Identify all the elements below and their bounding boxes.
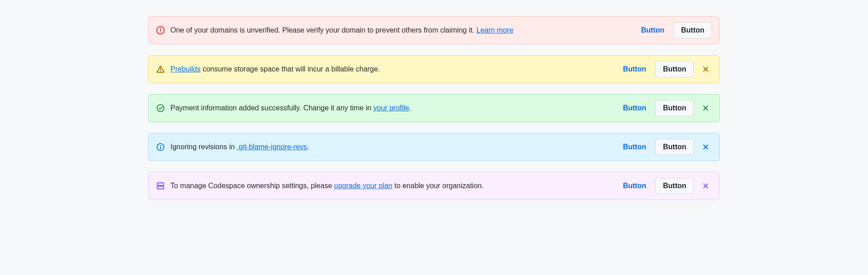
banner-warning: Prebuilds consume storage space that wil…: [148, 55, 720, 83]
server-icon: [156, 181, 165, 190]
close-icon: [702, 143, 709, 151]
svg-rect-15: [157, 183, 164, 185]
svg-point-2: [160, 32, 161, 33]
banner-list: One of your domains is unverified. Pleas…: [148, 16, 720, 200]
secondary-button[interactable]: Button: [637, 24, 668, 36]
primary-button[interactable]: Button: [655, 178, 694, 194]
primary-button[interactable]: Button: [655, 61, 694, 77]
close-button[interactable]: [699, 180, 712, 192]
stop-icon: [156, 26, 165, 35]
svg-point-11: [160, 145, 161, 146]
banner-critical: One of your domains is unverified. Pleas…: [148, 16, 720, 44]
primary-button[interactable]: Button: [655, 100, 694, 116]
svg-point-17: [158, 184, 159, 185]
message-text-after: consume storage space that will incur a …: [201, 65, 380, 73]
message-link[interactable]: upgrade your plan: [334, 182, 392, 190]
primary-button[interactable]: Button: [655, 139, 694, 155]
message-link[interactable]: Prebuilds: [170, 65, 201, 73]
banner-actions: Button Button: [619, 100, 712, 116]
svg-point-4: [160, 71, 161, 71]
message-link[interactable]: your profile: [373, 104, 409, 112]
banner-actions: Button Button: [637, 22, 712, 38]
alert-icon: [156, 65, 165, 74]
banner-info: Ignoring revisions in .git-blame-ignore-…: [148, 133, 720, 161]
secondary-button[interactable]: Button: [619, 63, 650, 75]
info-icon: [156, 142, 165, 152]
banner-actions: Button Button: [619, 139, 712, 155]
message-text-after: .: [409, 104, 411, 112]
banner-upsell: To manage Codespace ownership settings, …: [148, 172, 720, 200]
close-button[interactable]: [699, 141, 712, 153]
close-button[interactable]: [699, 102, 712, 114]
close-icon: [702, 104, 709, 112]
banner-message: Prebuilds consume storage space that wil…: [170, 64, 614, 75]
svg-rect-16: [157, 186, 164, 189]
close-icon: [702, 182, 709, 190]
message-text-after: .: [307, 143, 309, 151]
banner-actions: Button Button: [619, 61, 712, 77]
primary-button[interactable]: Button: [673, 22, 712, 38]
banner-success: Payment information added successfully. …: [148, 94, 720, 122]
message-text-before: Payment information added successfully. …: [170, 104, 373, 112]
banner-message: Payment information added successfully. …: [170, 103, 614, 114]
svg-point-18: [158, 187, 159, 188]
check-circle-icon: [156, 104, 165, 113]
secondary-button[interactable]: Button: [619, 180, 650, 192]
banner-message: Ignoring revisions in .git-blame-ignore-…: [170, 142, 614, 152]
banner-actions: Button Button: [619, 178, 712, 194]
message-text-before: One of your domains is unverified. Pleas…: [170, 26, 476, 34]
banner-message: To manage Codespace ownership settings, …: [170, 180, 614, 191]
close-button[interactable]: [699, 63, 712, 76]
message-link[interactable]: Learn more: [476, 26, 514, 34]
secondary-button[interactable]: Button: [619, 141, 650, 153]
message-link[interactable]: .git-blame-ignore-revs: [237, 143, 307, 151]
message-text-before: Ignoring revisions in: [170, 143, 237, 151]
banner-message: One of your domains is unverified. Pleas…: [170, 25, 632, 36]
secondary-button[interactable]: Button: [619, 102, 650, 114]
message-text-after: to enable your organization.: [392, 182, 484, 190]
message-text-before: To manage Codespace ownership settings, …: [170, 182, 334, 190]
close-icon: [702, 66, 709, 73]
